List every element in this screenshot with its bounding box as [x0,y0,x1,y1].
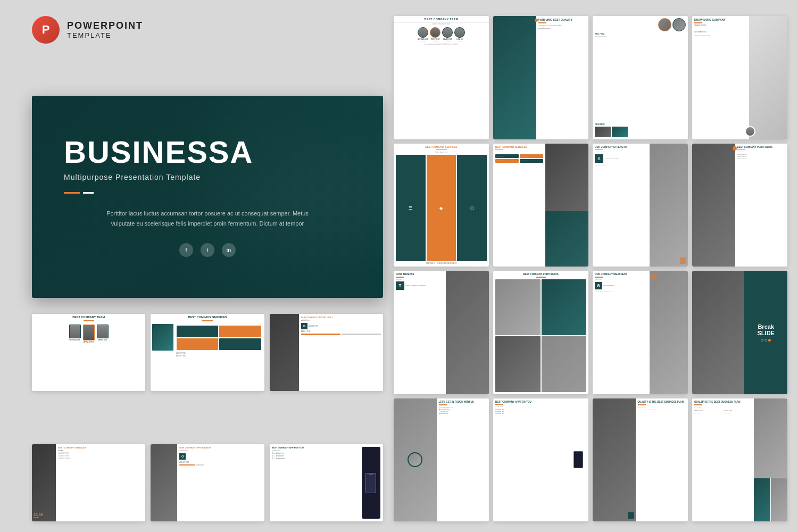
twitter-icon: t [201,243,214,257]
slide-best-company-app: BEST COMPANY APP FOR YOU subtitle text 0… [270,444,383,521]
slide-app-phone: BEST COMPANY APP FOR YOU subtitle lorem … [493,398,588,522]
hero-content: BUSINESSA Multipurpose Presentation Temp… [32,96,383,298]
slide-quality-business-plan: QUALITY IS THE BEST BUSINESS PLAN subtit… [593,398,688,522]
slide-best-company-team-bottom: BEST COMPANY TEAM MORGAN CHE APOLLO PLR … [32,314,145,391]
mid-row: BEST COMPANY TEAM MORGAN CHE APOLLO PLR … [32,314,383,391]
slide-company-weakness: OUR COMPANY WEAKNESS lorem ipsum W WEAKN… [593,271,688,394]
app-title: POWERPOINT [67,20,143,31]
slide-services-title-mid: BEST COMPANY SERVICES [151,314,264,319]
slide-portfolios-top: BEST COMPANY PORTFOLIOS lorem ipsum port… [692,144,787,267]
hero-description: Porttitor lacus luctus accumsan tortor p… [96,209,319,228]
slide-services-detail: BEST COMPANY SERVICES subtitle lorem SER… [493,144,588,267]
slide-company-strength: OUR COMPANY STRENGTH lorem ipsum text S … [593,144,688,267]
slide-services-row2: BEST COMPANY SERVICES lorem ipsum text ☰… [394,144,489,267]
slide-quality-business-plan2: QUALITY IS THE BEST BUSINESS PLAN lorem … [692,398,787,522]
app-subtitle: TEMPLATE [67,31,143,39]
orange-divider2 [202,320,213,321]
powerpoint-letter: P [42,23,50,37]
slide-team-title: BEST COMPANY TEAM [32,314,145,319]
hero-subtitle: Multipurpose Presentation Template [64,173,351,181]
slide-portfolios-photos: BEST COMPANY PORTFOLIOS [493,271,588,394]
powerpoint-icon: P [32,16,60,44]
hero-slide: BUSINESSA Multipurpose Presentation Temp… [32,96,383,298]
linkedin-icon: in [222,243,236,257]
slide-our-company-opportunity: OUR COMPANY OPPORTUNITY subtitle text O … [151,444,264,521]
slide-pursuing-quality: PURSUING BEST QUALITY Lorem ipsum text h… [493,16,588,139]
slide-company-threats: PANY THREATS lorem text T THREATS descri… [394,271,489,394]
hero-social: f t in [64,243,351,257]
facebook-icon: f [179,243,193,257]
header: P POWERPOINT TEMPLATE [32,16,143,44]
slide-get-in-touch: LET'S GET IN TOUCH WITH US 📧 email@compa… [394,398,489,522]
slide-company-opportunity-main: OUR COMPANY OPPORTUNITY subtitle here O … [270,314,383,391]
orange-divider [84,320,94,321]
slide-team-top: BEST COMPANY TEAM subtitle lorem ipsum d… [394,16,489,139]
team-avatars: MORGAN CHE APOLLO PLR JAMES GUN [32,322,145,345]
slide-team-header: BEST COMPANY TEAM [394,16,489,23]
slide-services-stat: 23,5K statistic BEST COMPANY SERVICES su… [32,444,145,521]
slide-person-circles: BLU HOV lorem ipsum text DEM HEN [593,16,688,139]
slide-know-more-company: KNOW MORE COMPANY 01 ABOUT TITLE Lorem i… [692,16,787,139]
bottom-row: 23,5K statistic BEST COMPANY SERVICES su… [32,444,383,521]
slide-best-company-services-mid: BEST COMPANY SERVICES ABOUT THE ABOUT TW… [151,314,264,391]
slide-grid: BEST COMPANY TEAM subtitle lorem ipsum d… [394,16,787,521]
header-text: POWERPOINT TEMPLATE [67,20,143,39]
hero-divider [64,192,351,194]
slide-break: BreakSLIDE [692,271,787,394]
hero-title: BUSINESSA [64,137,351,168]
